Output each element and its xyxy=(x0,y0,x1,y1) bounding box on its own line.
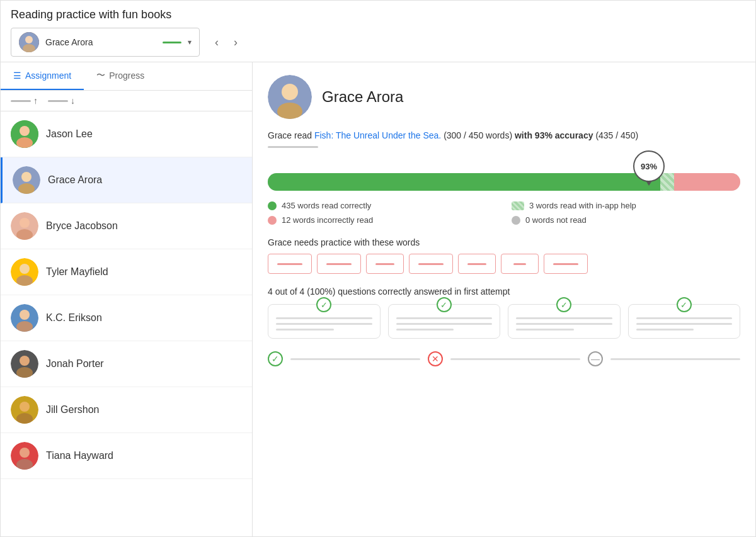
svg-point-16 xyxy=(20,310,30,320)
card-line xyxy=(636,323,733,325)
tab-assignment[interactable]: ☰ Assignment xyxy=(1,62,84,90)
student-name: K.C. Erikson xyxy=(46,312,102,324)
response-line xyxy=(450,358,580,360)
legend-item-notread: 0 words not read xyxy=(512,215,740,225)
bar-help xyxy=(660,173,675,191)
question-card: ✓ xyxy=(628,304,741,339)
card-content xyxy=(636,312,733,331)
legend-dot-gray xyxy=(512,216,520,225)
word-placeholder xyxy=(418,263,444,265)
list-item[interactable]: Jason Lee xyxy=(1,111,252,157)
detail-student-name: Grace Arora xyxy=(322,88,403,106)
student-name: Tyler Mayfield xyxy=(46,266,108,278)
avatar xyxy=(11,258,38,286)
progress-bar-container: 93% xyxy=(268,173,740,191)
sort-asc-icon: ↑ xyxy=(33,96,38,106)
list-item[interactable]: Bryce Jacobson xyxy=(1,203,252,249)
legend-dot-green xyxy=(268,201,277,210)
card-line xyxy=(516,329,574,331)
legend: 435 words read correctly 3 words read wi… xyxy=(268,201,740,225)
response-incorrect-icon: ✕ xyxy=(428,351,443,366)
book-title-link[interactable]: Fish: The Unreal Under the Sea. xyxy=(314,130,441,140)
student-name: Tiana Hayward xyxy=(46,450,113,461)
avatar xyxy=(11,120,38,148)
word-pill xyxy=(268,254,312,274)
word-pill xyxy=(366,254,404,274)
response-neutral-icon: — xyxy=(588,351,603,366)
student-name: Bryce Jacobson xyxy=(46,220,118,232)
sort-desc-icon: ↓ xyxy=(71,96,75,106)
word-count: (300 / 450 words) xyxy=(444,130,512,140)
list-item[interactable]: Jonah Porter xyxy=(1,341,252,387)
selector-avatar xyxy=(19,32,39,52)
student-name: Grace Arora xyxy=(48,174,102,186)
assignment-tab-label: Assignment xyxy=(25,71,71,81)
legend-text-help: 3 words read with in-app help xyxy=(529,201,636,210)
sort-asc-button[interactable]: ↑ xyxy=(11,96,38,106)
status-line xyxy=(163,42,181,43)
sidebar: ☰ Assignment 〜 Progress ↑ ↓ xyxy=(1,62,253,536)
response-line xyxy=(610,358,740,360)
word-pill xyxy=(544,254,588,274)
card-content xyxy=(276,312,372,331)
legend-item-incorrect: 12 words incorrectly read xyxy=(268,215,496,225)
nav-next-button[interactable]: › xyxy=(229,33,243,52)
card-line xyxy=(516,317,612,319)
card-line xyxy=(636,329,694,331)
svg-point-10 xyxy=(20,218,30,228)
accuracy-text: with 93% accuracy xyxy=(515,130,593,140)
list-item[interactable]: Jill Gershon xyxy=(1,387,252,433)
svg-point-7 xyxy=(21,172,32,182)
selector-name: Grace Arora xyxy=(45,37,156,47)
avatar xyxy=(11,442,38,470)
card-line xyxy=(636,317,733,319)
student-name: Jason Lee xyxy=(46,128,93,140)
nav-prev-button[interactable]: ‹ xyxy=(210,33,224,52)
svg-point-13 xyxy=(20,264,30,274)
page-title: Reading practice with fun books xyxy=(11,8,745,21)
word-pill xyxy=(409,254,453,274)
practice-words xyxy=(268,254,740,274)
progress-bar xyxy=(268,173,740,191)
svg-point-1 xyxy=(25,36,33,43)
accuracy-bubble: 93% xyxy=(633,150,665,182)
avatar xyxy=(11,304,38,332)
word-placeholder xyxy=(326,263,352,265)
student-list: Jason Lee Grace Arora xyxy=(1,111,252,536)
word-pill xyxy=(501,254,539,274)
dropdown-arrow-icon: ▾ xyxy=(188,38,192,47)
tab-progress[interactable]: 〜 Progress xyxy=(84,62,157,90)
detail-panel: Grace Arora Grace read Fish: The Unreal … xyxy=(253,62,755,536)
list-item[interactable]: Tiana Hayward xyxy=(1,433,252,479)
svg-point-22 xyxy=(20,402,30,412)
card-check-icon: ✓ xyxy=(677,297,692,312)
main-content: ☰ Assignment 〜 Progress ↑ ↓ xyxy=(1,62,755,536)
accuracy-detail: (435 / 450) xyxy=(595,130,638,140)
legend-text-correct: 435 words read correctly xyxy=(282,201,371,210)
list-item[interactable]: Tyler Mayfield xyxy=(1,249,252,295)
card-line xyxy=(276,317,372,319)
card-line xyxy=(516,323,612,325)
avatar xyxy=(11,350,38,378)
bar-correct xyxy=(268,173,660,191)
word-placeholder xyxy=(375,263,394,265)
reading-text: Grace read xyxy=(268,130,312,140)
response-row: ✓ ✕ — xyxy=(268,351,740,366)
svg-point-4 xyxy=(20,126,30,136)
question-card: ✓ xyxy=(268,304,381,339)
svg-point-28 xyxy=(282,84,298,100)
sort-row: ↑ ↓ xyxy=(1,91,252,111)
legend-dot-red xyxy=(268,216,277,225)
question-card: ✓ xyxy=(508,304,621,339)
sort-desc-button[interactable]: ↓ xyxy=(48,96,75,106)
list-item[interactable]: Grace Arora xyxy=(1,157,252,203)
response-correct-icon: ✓ xyxy=(268,351,283,366)
question-cards: ✓ ✓ ✓ xyxy=(268,304,740,339)
svg-point-19 xyxy=(20,356,30,366)
card-content xyxy=(516,312,612,331)
student-selector[interactable]: Grace Arora ▾ xyxy=(11,28,200,57)
card-line xyxy=(276,329,334,331)
bar-incorrect xyxy=(674,173,740,191)
list-item[interactable]: K.C. Erikson xyxy=(1,295,252,341)
word-pill xyxy=(458,254,496,274)
